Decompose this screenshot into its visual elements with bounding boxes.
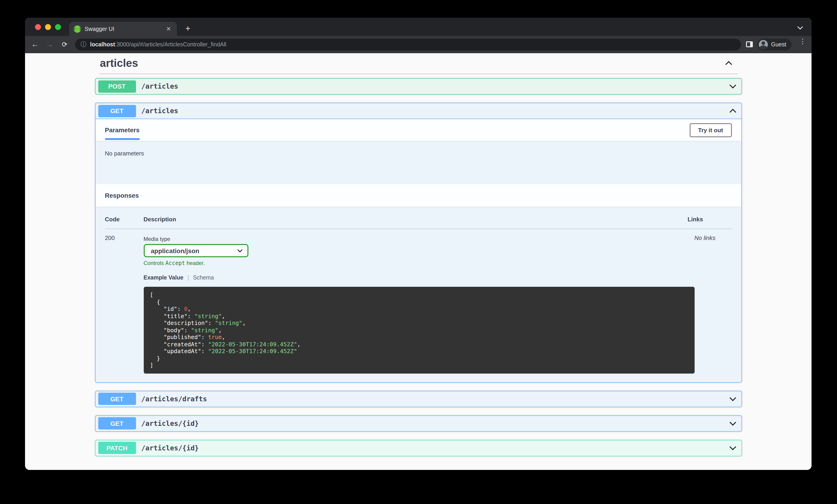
collapse-chevron-up-icon[interactable] [729,107,737,115]
opblock-get-articles-id: GET /articles/{id} [95,415,742,431]
browser-menu-icon[interactable]: ⋮ [799,39,806,43]
tab-example-value[interactable]: Example Value [143,275,183,281]
site-info-icon[interactable]: ⓘ [81,40,86,49]
opblock-get-articles: GET /articles Parameters Try it out No p… [95,103,742,382]
no-parameters-text: No parameters [105,150,732,157]
tab-title: Swagger UI [85,26,165,32]
opblock-summary[interactable]: POST /articles [95,79,741,94]
code-line: "body": "string", [150,326,688,334]
url-host: localhost [90,41,115,48]
op-path: /articles [141,82,729,90]
parameters-header: Parameters Try it out [95,119,741,141]
close-window-button[interactable] [35,24,41,30]
tab-separator: | [188,275,189,281]
media-type-label: Media type [143,236,694,242]
traffic-lights [35,24,61,30]
browser-tab-swagger-ui[interactable]: {··} Swagger UI ✕ [69,22,177,36]
responses-body: Code Description Links 200 Media type ap… [95,207,741,382]
expand-chevron-down-icon[interactable] [729,444,737,452]
method-badge-post: POST [98,80,136,92]
opblock-summary[interactable]: PATCH /articles/{id} [95,440,741,455]
tab-schema[interactable]: Schema [193,275,214,281]
op-path: /articles/{id} [141,444,729,452]
back-button[interactable]: ← [29,36,41,53]
example-code-block[interactable]: [ { "id": 0, "title": "string", "descrip… [143,287,694,373]
try-it-out-button[interactable]: Try it out [689,123,732,137]
op-path: /articles/{id} [141,419,729,427]
expand-chevron-down-icon[interactable] [729,395,737,403]
tag-title: articles [100,57,725,70]
code-line: } [150,355,688,362]
media-type-select[interactable]: application/json [143,244,248,257]
method-badge-get: GET [98,105,136,117]
profile-button[interactable]: Guest [758,39,792,51]
opblock-summary[interactable]: GET /articles [95,103,741,119]
side-panel-icon[interactable] [746,41,753,47]
code-line: [ [150,291,688,298]
forward-button[interactable]: → [43,36,56,53]
column-header-description: Description [143,216,688,223]
op-path: /articles/drafts [141,395,729,403]
code-line: ] [150,362,688,369]
method-badge-get: GET [98,393,136,405]
browser-window: {··} Swagger UI ✕ + ← → ⟳ ⓘ localhost :3… [25,18,812,470]
profile-label: Guest [771,41,786,48]
response-code: 200 [105,235,143,373]
expand-chevron-down-icon[interactable] [729,82,737,90]
code-line: "updatedAt": "2022-05-30T17:24:09.452Z" [150,348,688,355]
column-header-links: Links [688,216,732,223]
opblock-summary[interactable]: GET /articles/{id} [95,416,741,431]
response-row-200: 200 Media type application/json Controls… [95,235,741,373]
responses-header: Responses [95,184,741,207]
accept-header-note: Controls Accept header. [143,260,694,266]
reload-button[interactable]: ⟳ [58,36,71,53]
opblock-get-articles-drafts: GET /articles/drafts [95,391,742,407]
new-tab-button[interactable]: + [181,22,194,35]
browser-toolbar: ← → ⟳ ⓘ localhost :3000/api/#/articles/A… [25,36,812,53]
tag-header[interactable]: articles [95,53,742,70]
select-chevron-down-icon [237,249,243,253]
response-description: Media type application/json Controls Acc… [143,235,694,373]
media-type-value: application/json [151,247,237,254]
minimize-window-button[interactable] [45,24,51,30]
swagger-favicon-icon: {··} [74,25,81,33]
method-badge-patch: PATCH [98,442,136,454]
close-tab-icon[interactable]: ✕ [165,25,173,32]
method-badge-get: GET [98,417,136,429]
code-line: "createdAt": "2022-05-30T17:24:09.452Z", [150,341,688,348]
opblock-post-articles: POST /articles [95,78,742,95]
code-line: "id": 0, [150,305,688,313]
code-line: "title": "string", [150,313,688,319]
column-header-code: Code [105,216,143,223]
responses-title: Responses [105,192,139,199]
tab-strip: {··} Swagger UI ✕ + [25,18,812,36]
opblock-patch-articles-id: PATCH /articles/{id} [95,440,742,456]
responses-divider [105,229,732,229]
code-line: "description": "string", [150,319,688,326]
tag-collapse-chevron-up-icon[interactable] [725,59,733,67]
url-path: :3000/api/#/articles/ArticlesController_… [115,41,226,48]
parameters-body: No parameters [95,141,741,184]
expand-chevron-down-icon[interactable] [729,419,737,427]
opblock-summary[interactable]: GET /articles/drafts [95,391,741,407]
no-links-text: No links [694,235,738,373]
tag-divider [99,74,737,74]
code-line: { [150,298,688,305]
tab-parameters[interactable]: Parameters [105,126,140,134]
swagger-page: articles POST /articles [25,53,812,470]
avatar-icon [759,40,768,49]
address-bar[interactable]: ⓘ localhost :3000/api/#/articles/Article… [75,39,741,51]
code-line: "published": true, [150,334,688,341]
maximize-window-button[interactable] [55,24,61,30]
tab-search-chevron-icon[interactable] [797,24,803,32]
op-path: /articles [141,107,729,115]
